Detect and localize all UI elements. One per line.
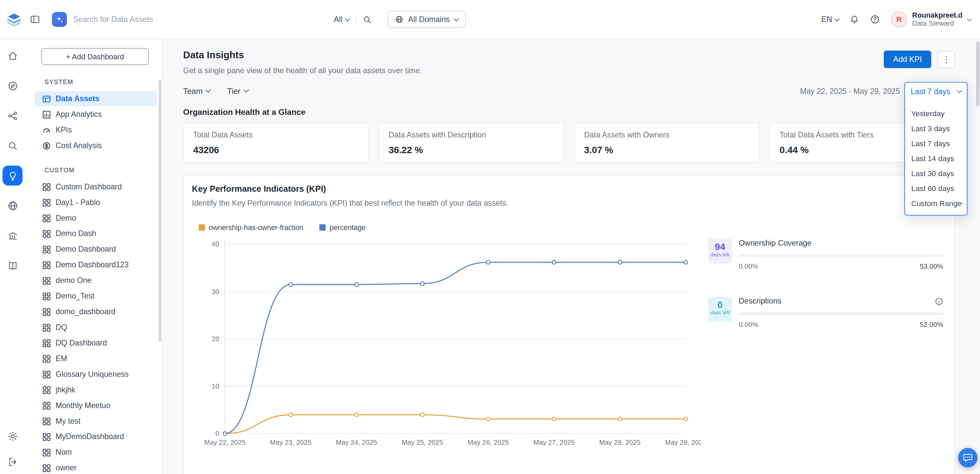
app-logo[interactable] (6, 12, 22, 27)
rail-item-search[interactable] (0, 130, 25, 161)
insights-icon (7, 170, 18, 181)
rail-item-settings[interactable] (0, 429, 25, 444)
card-label: Data Assets with Owners (584, 130, 749, 139)
dashboard-icon (43, 401, 51, 409)
info-icon[interactable] (935, 297, 943, 305)
svg-text:May 25, 2025: May 25, 2025 (402, 438, 443, 446)
legend-item-ownership-has-owner-fraction[interactable]: ownership-has-owner-fraction (199, 224, 303, 231)
sidebar-item-domo-dashboard[interactable]: domo_dashboard (35, 304, 157, 319)
sidebar-item-owner[interactable]: owner (35, 460, 157, 474)
range-option-label: Last 30 days (912, 169, 955, 178)
sidebar-item-jhkjhk[interactable]: jhkjhk (35, 382, 157, 398)
card-label: Total Data Assets (193, 130, 359, 139)
rail-item-logout[interactable] (0, 454, 25, 469)
sidebar-item-label: Glossary Uniqueness (56, 370, 129, 379)
rail-item-home[interactable] (0, 41, 25, 71)
user-role: Data Steward (912, 20, 963, 28)
kpi-current-value: 0.00% (739, 262, 759, 270)
glance-title: Organization Health at a Glance (183, 108, 955, 117)
chat-widget-button[interactable] (958, 448, 977, 467)
help-icon[interactable] (870, 14, 880, 24)
sidebar-item-glossary-uniqueness[interactable]: Glossary Uniqueness (35, 367, 157, 382)
chevron-down-icon (957, 88, 962, 93)
sidebar-item-demo-dash[interactable]: Demo Dash (35, 226, 157, 241)
tier-filter[interactable]: Tier (227, 86, 248, 95)
team-filter[interactable]: Team (183, 86, 210, 95)
range-option-last-7-days[interactable]: Last 7 days (905, 136, 967, 151)
sidebar-item-mydemodashboard[interactable]: MyDemoDashboard (35, 429, 157, 444)
sidebar-item-data-assets[interactable]: Data Assets (35, 91, 157, 106)
search-input[interactable] (73, 15, 328, 24)
sidebar-item-label: App Analytics (56, 110, 102, 119)
search-icon (7, 140, 18, 151)
sidebar-item-dq[interactable]: DQ (35, 320, 157, 335)
sidebar-item-em[interactable]: EM (35, 351, 157, 366)
sidebar-item-label: Demo Dashboard (56, 245, 116, 254)
sidebar-item-label: DQ Dashboard (56, 339, 107, 347)
range-trigger[interactable]: Last 7 days (905, 83, 967, 100)
sidebar-item-label: Demo Dashboard123 (56, 261, 129, 269)
sidebar-item-custom-dashboard[interactable]: Custom Dashboard (35, 180, 157, 194)
more-options-button[interactable]: ⋮ (937, 51, 955, 68)
avatar: R (891, 11, 907, 28)
dashboard-icon (43, 417, 51, 425)
language-select[interactable]: EN (821, 15, 839, 24)
sidebar-item-demo-test[interactable]: Demo_Test (35, 289, 157, 304)
range-option-custom-range[interactable]: Custom Range (905, 196, 967, 211)
add-dashboard-button[interactable]: + Add Dashboard (41, 48, 149, 65)
global-search-bar: All (52, 12, 372, 27)
add-kpi-button[interactable]: Add KPI (884, 51, 931, 68)
notifications-bell-icon[interactable] (850, 14, 860, 24)
dashboard-icon (43, 261, 51, 269)
rail-item-glossary[interactable] (0, 251, 25, 281)
range-dropdown: Last 7 days YesterdayLast 3 daysLast 7 d… (904, 82, 968, 216)
kpi-progress-track (739, 254, 943, 257)
divider (356, 14, 356, 24)
sidebar-item-app-analytics[interactable]: App Analytics (35, 107, 157, 122)
chevron-down-icon (345, 16, 350, 21)
ai-assist-button[interactable] (52, 12, 67, 27)
kpi-current-value: 0.00% (739, 321, 759, 328)
sidebar-item-cost-analysis[interactable]: Cost Analysis (35, 138, 157, 153)
search-icon[interactable] (363, 14, 372, 24)
logout-icon (7, 457, 18, 467)
content-scrollbar[interactable] (976, 41, 979, 106)
chevron-down-icon (453, 16, 459, 21)
sidebar-scrollbar[interactable] (159, 79, 162, 342)
page-subtitle: Get a single pane view of the health of … (183, 66, 422, 75)
range-option-last-30-days[interactable]: Last 30 days (905, 166, 967, 181)
sidebar-toggle-icon[interactable] (30, 14, 40, 24)
dashboard-icon (43, 292, 51, 300)
sidebar-item-demo-one[interactable]: demo One (35, 273, 157, 288)
rail-item-data-flow[interactable] (0, 100, 25, 130)
sidebar-item-demo-dashboard[interactable]: Demo Dashboard (35, 242, 157, 257)
legend-item-percentage[interactable]: percentage (320, 224, 366, 231)
dashboard-icon (43, 307, 51, 316)
sidebar-item-day1-pablo[interactable]: Day1 - Pablo (35, 195, 157, 210)
range-option-last-60-days[interactable]: Last 60 days (905, 181, 967, 196)
rail-item-domains[interactable] (0, 190, 25, 220)
sidebar-item-monthly-meetuo[interactable]: Monthly Meetuo (35, 398, 157, 413)
sidebar-item-demo[interactable]: Demo (35, 211, 157, 226)
range-option-yesterday[interactable]: Yesterday (905, 106, 967, 121)
sidebar-item-my-test[interactable]: My test (35, 414, 157, 429)
range-option-last-14-days[interactable]: Last 14 days (905, 151, 967, 166)
user-menu[interactable]: R Rounakpreet.d Data Steward (891, 11, 971, 28)
sidebar-item-nom[interactable]: Nom (35, 445, 157, 460)
user-name: Rounakpreet.d (912, 11, 963, 20)
range-trigger-value: Last 7 days (911, 87, 950, 96)
sidebar-item-demo-dashboard123[interactable]: Demo Dashboard123 (35, 257, 157, 272)
sidebar-item-dq-dashboard[interactable]: DQ Dashboard (35, 336, 157, 350)
rail-item-governance[interactable] (0, 221, 25, 251)
domains-select[interactable]: All Domains (388, 11, 466, 28)
range-option-label: Last 3 days (912, 124, 950, 133)
range-option-last-3-days[interactable]: Last 3 days (905, 121, 967, 136)
language-value: EN (821, 15, 832, 24)
rail-item-insights[interactable] (0, 161, 25, 190)
rail-item-explore[interactable] (0, 71, 25, 100)
tier-filter-label: Tier (227, 86, 241, 95)
sidebar-item-kpis[interactable]: KPIs (35, 122, 157, 137)
sidebar-section-title: CUSTOM (44, 166, 162, 174)
range-option-label: Yesterday (912, 109, 945, 118)
search-scope-select[interactable]: All (334, 15, 349, 24)
